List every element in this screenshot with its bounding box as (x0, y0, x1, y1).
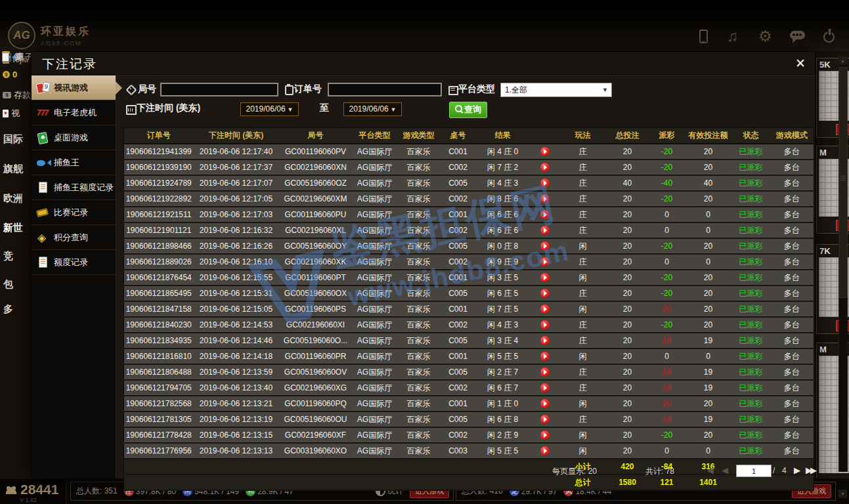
cell-game: 百家乐 (397, 222, 441, 238)
search-button[interactable]: 查询 (449, 102, 487, 118)
scroll-up-icon[interactable]: ▲ (838, 56, 847, 65)
play-video-button[interactable] (540, 194, 550, 203)
play-video-button[interactable] (540, 273, 550, 282)
sidebar-fragment-label: 街 (14, 51, 22, 63)
cell-total: 20 (606, 396, 649, 411)
cell-game: 百家乐 (397, 333, 441, 348)
close-icon[interactable]: ✕ (794, 56, 807, 71)
menu-item-4[interactable]: 捕鱼王额度记录 (32, 175, 116, 200)
cell-order: 190606121781305 (124, 411, 194, 427)
cell-total: 20 (606, 270, 649, 285)
cell-time: 2019-06-06 12:17:07 (194, 175, 279, 191)
play-video-button[interactable] (540, 368, 550, 377)
mobile-icon[interactable] (695, 29, 711, 45)
play-video-button[interactable] (540, 289, 550, 298)
grand-total-row-total: 1580 (606, 474, 649, 490)
cell-order: 190606121889026 (124, 254, 194, 270)
cell-play (530, 396, 560, 411)
version-label: V 1.82 (20, 497, 66, 503)
cell-status: 已派彩 (732, 411, 770, 427)
cell-play (530, 270, 560, 285)
table-row: 1906061219011212019-06-06 12:16:32GC0021… (124, 222, 814, 238)
cell-result: 闲 4 庄 3 (476, 317, 530, 333)
play-icon (544, 275, 547, 280)
play-video-button[interactable] (540, 226, 550, 235)
play-icon (544, 149, 547, 154)
table-body: 1906061219413992019-06-06 12:17:40GC0011… (124, 144, 814, 490)
cell-table_no: C002 (441, 427, 476, 443)
ag-logo-icon: AG (8, 22, 35, 49)
gear-icon[interactable] (758, 29, 774, 45)
cell-valid: 0 (685, 348, 732, 364)
column-header: 派彩 (649, 128, 685, 144)
power-icon[interactable] (821, 29, 837, 45)
date-to-select[interactable]: 2019/06/06▼ (343, 102, 402, 116)
cell-table_no: C005 (441, 238, 476, 254)
menu-item-2[interactable]: 桌面游戏 (32, 125, 116, 150)
play-video-button[interactable] (540, 430, 550, 440)
column-header: 游戏模式 (770, 128, 814, 144)
cell-platform: AG国际厅 (353, 317, 397, 333)
scrollbar-thumb[interactable] (839, 67, 848, 298)
table-row: 1906061219413992019-06-06 12:17:40GC0011… (124, 144, 814, 159)
background-game-cards: 5K戏M戏7K戏M ▲ (814, 51, 849, 478)
scroll-down-icon[interactable]: ▼ (838, 490, 847, 498)
page-number-input[interactable] (736, 465, 772, 477)
cell-valid: 20 (685, 270, 732, 285)
music-icon[interactable] (727, 29, 743, 45)
round-input[interactable] (160, 83, 278, 96)
play-video-button[interactable] (540, 336, 550, 345)
last-page-button[interactable]: ▶▶ (806, 465, 815, 475)
first-page-button[interactable]: ◀ (707, 465, 714, 475)
play-video-button[interactable] (540, 383, 550, 392)
cell-payout: 0 (649, 254, 685, 270)
cell-play (530, 348, 560, 364)
play-icon (544, 180, 547, 186)
date-from-value: 2019/06/06 (246, 104, 286, 114)
play-video-button[interactable] (540, 257, 550, 266)
lobby-item-fragment: 新世 (3, 222, 23, 234)
play-video-button[interactable] (540, 210, 550, 219)
order-input[interactable] (328, 83, 442, 96)
play-video-button[interactable] (540, 178, 550, 188)
next-page-button[interactable]: ▶ (794, 465, 800, 475)
cell-valid: 0 (685, 222, 732, 238)
date-to-value: 2019/06/06 (349, 104, 389, 114)
play-video-button[interactable] (540, 304, 550, 314)
cell-total: 20 (606, 159, 649, 175)
cell-time: 2019-06-06 12:16:10 (194, 254, 279, 270)
cell-result: 闲 7 庄 5 (476, 301, 530, 317)
play-video-button[interactable] (540, 242, 550, 251)
platform-select[interactable]: 1.全部 ▼ (500, 83, 612, 97)
play-video-button[interactable] (540, 399, 550, 408)
menu-item-3[interactable]: 捕鱼王 (32, 150, 116, 175)
cell-order: 190606121778428 (124, 427, 194, 443)
cell-result: 闲 3 庄 4 (476, 333, 530, 348)
chat-icon[interactable] (790, 29, 806, 45)
play-video-button[interactable] (540, 415, 550, 424)
menu-item-5[interactable]: 比赛记录 (32, 200, 116, 225)
cell-platform: AG国际厅 (353, 238, 397, 254)
play-video-button[interactable] (540, 320, 550, 329)
menu-item-6[interactable]: 积分查询 (32, 225, 116, 250)
date-from-select[interactable]: 2019/06/06▼ (240, 102, 299, 116)
play-video-button[interactable] (540, 352, 550, 361)
betting-records-modal: 下注记录 ✕ 视讯游戏电子老虎机桌面游戏捕鱼王捕鱼王额度记录比赛记录积分查询额度… (31, 51, 816, 479)
play-video-button[interactable] (540, 147, 550, 156)
cell-table_no: C005 (441, 175, 476, 191)
cell-table_no: C001 (441, 396, 476, 411)
play-video-button[interactable] (540, 446, 550, 455)
prev-page-button[interactable]: ◀ (722, 465, 728, 475)
cell-order: 190606121901121 (124, 222, 194, 238)
menu-item-1[interactable]: 电子老虎机 (32, 100, 116, 125)
cell-time: 2019-06-06 12:15:55 (194, 270, 279, 285)
menu-item-0[interactable]: 视讯游戏 (32, 75, 116, 100)
cell-mode: 多台 (770, 427, 814, 443)
cell-play_type: 庄 (560, 175, 606, 191)
cell-payout: 0 (649, 348, 685, 364)
menu-item-7[interactable]: 额度记录 (32, 250, 116, 275)
lobby-item-fragment: 多 (3, 303, 13, 316)
play-video-button[interactable] (540, 163, 550, 172)
cell-status: 已派彩 (732, 333, 770, 348)
cell-time: 2019-06-06 12:13:40 (194, 380, 279, 396)
